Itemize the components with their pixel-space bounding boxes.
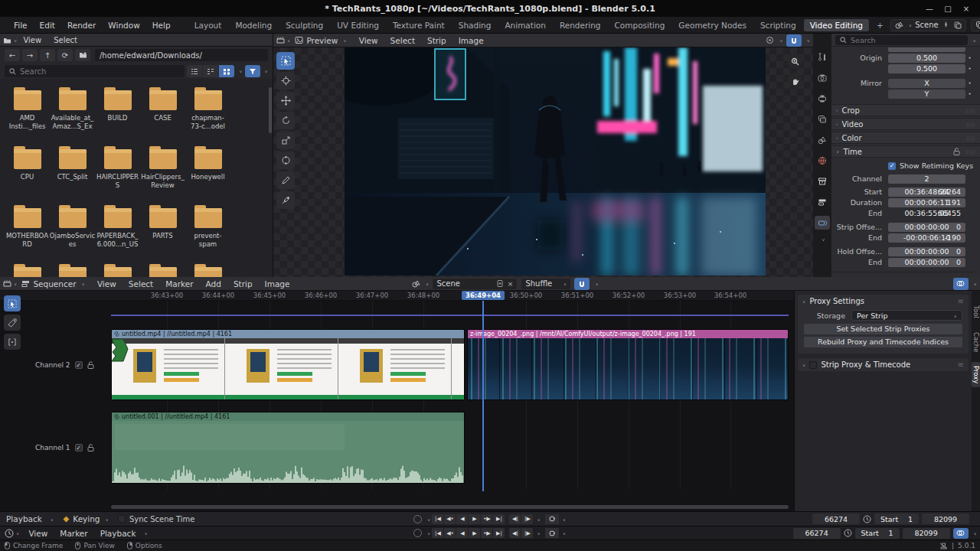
transport-button[interactable]: ▶| xyxy=(493,514,505,524)
folder-item[interactable] xyxy=(185,262,230,277)
retiming-key-handle[interactable] xyxy=(112,339,129,362)
strip-proxy-header[interactable]: ∨ Strip Proxy & Timecode ≡ xyxy=(798,358,969,371)
current-frame-field[interactable]: 66274 xyxy=(812,514,860,524)
menu-item[interactable]: Window xyxy=(102,17,145,33)
sidebar-tab[interactable]: Cache xyxy=(972,328,980,356)
scene-link-icon[interactable] xyxy=(412,279,420,288)
sequencer-horizontal-scrollbar[interactable] xyxy=(111,505,789,509)
menu-item[interactable]: Marker xyxy=(159,277,199,290)
workspace-tab[interactable]: Shading xyxy=(452,19,498,31)
menu-item[interactable]: Select xyxy=(47,34,83,46)
back-button[interactable]: ← xyxy=(5,49,20,61)
menu-item[interactable]: Help xyxy=(146,17,177,33)
thumbnail-view-button[interactable] xyxy=(219,65,234,77)
pan-gizmo[interactable] xyxy=(787,73,802,88)
clock-icon[interactable] xyxy=(863,515,871,523)
animate-dot[interactable]: • xyxy=(965,80,974,86)
workspace-tab[interactable]: UV Editing xyxy=(331,19,385,31)
close-button[interactable]: × xyxy=(957,5,975,13)
menu-item[interactable]: View xyxy=(91,277,122,290)
transport-button[interactable]: ◀• xyxy=(444,514,456,524)
menu-item[interactable]: Select xyxy=(384,34,421,47)
timeline-playback-menu[interactable]: Playback xyxy=(94,527,142,540)
animate-dot[interactable]: • xyxy=(965,55,974,61)
blade-tool-button[interactable] xyxy=(4,315,21,331)
record-button[interactable] xyxy=(413,515,422,523)
folder-item[interactable]: PARTS xyxy=(140,204,185,262)
frame-step-button[interactable]: |▶ xyxy=(521,514,533,524)
menu-item[interactable]: Image xyxy=(452,34,490,47)
image-strip[interactable]: z-image_00204_.png | /mnt/AI/ComfyUI/out… xyxy=(467,329,789,400)
display-size-caret[interactable]: ∨ xyxy=(239,69,242,73)
frame-step-button[interactable]: |▶ xyxy=(521,528,533,538)
duration-field[interactable]: 00:00:06:11191 xyxy=(888,198,965,207)
minimize-button[interactable]: — xyxy=(920,5,939,13)
folder-item[interactable]: AMD Insti..._files xyxy=(5,86,50,145)
menu-item[interactable]: View xyxy=(22,527,54,540)
timeline-editor-icon[interactable] xyxy=(5,529,14,538)
properties-search-input[interactable]: Search xyxy=(835,35,968,45)
folder-item[interactable]: CPU xyxy=(5,145,50,204)
video-strip[interactable]: untitled.mp4 | //untitled.mp4 | 4161 xyxy=(111,329,465,400)
strip-offset-end-field[interactable]: -00:00:06:10-190 xyxy=(888,233,965,243)
sequencer-editor-icon[interactable] xyxy=(276,36,285,44)
folder-item[interactable]: PAPERBACK_ 6.000...n_US xyxy=(95,204,140,262)
proportional-edit-icon[interactable] xyxy=(766,36,774,44)
channel-field[interactable]: 2 xyxy=(888,174,965,184)
transform-tool-button[interactable] xyxy=(276,152,295,169)
transport-button[interactable]: ◀ xyxy=(456,528,468,538)
folder-item[interactable]: Honeywell xyxy=(185,145,230,204)
channel-lock-icon[interactable] xyxy=(87,444,94,452)
snap-toggle[interactable] xyxy=(574,278,590,290)
tabs-overflow-caret[interactable]: ∨ xyxy=(822,237,825,242)
hold-offset-end-field[interactable]: 00:00:00:000 xyxy=(888,258,965,267)
sync-scene-checkbox[interactable] xyxy=(118,515,126,523)
start-frame-field[interactable]: Start1 xyxy=(874,514,919,524)
animate-dot[interactable]: • xyxy=(965,66,974,72)
folder-item[interactable]: Available_at_ Amaz...S_Ex xyxy=(50,86,95,145)
transport-button[interactable]: ◀ xyxy=(456,514,468,524)
view-layer-tab[interactable] xyxy=(815,112,830,126)
transport-button[interactable]: |◀ xyxy=(432,514,443,524)
preview-canvas[interactable] xyxy=(273,47,813,277)
workspace-tab[interactable]: Animation xyxy=(498,19,552,31)
origin-y-field[interactable]: 0.500 xyxy=(888,64,965,73)
menu-item[interactable]: View xyxy=(353,34,384,47)
transport-button[interactable]: |◀ xyxy=(432,528,443,538)
move-tool-button[interactable] xyxy=(276,92,295,109)
view-type-dropdown[interactable]: Preview xyxy=(303,34,341,47)
panel-header[interactable]: › Crop |||| xyxy=(831,104,980,116)
folder-item[interactable] xyxy=(95,262,140,277)
transport-button[interactable]: •▶ xyxy=(481,528,492,538)
workspace-tab[interactable]: Video Editing xyxy=(804,19,869,31)
tweak-tool-button[interactable] xyxy=(276,52,295,70)
panel-header[interactable]: › Video |||| xyxy=(831,118,980,130)
scale-tool-button[interactable] xyxy=(276,132,295,149)
filter-toggle-button[interactable] xyxy=(245,65,260,77)
workspace-tab[interactable]: Compositing xyxy=(609,19,671,31)
scene-selector[interactable]: ∨ Scene xyxy=(890,19,966,31)
folder-item[interactable]: BUILD xyxy=(95,86,140,145)
filter-options-caret[interactable]: ∨ xyxy=(265,69,268,73)
folder-item[interactable] xyxy=(140,262,185,277)
file-browser-scrollbar[interactable] xyxy=(269,87,272,133)
menu-item[interactable]: Select xyxy=(122,277,159,290)
folder-item[interactable]: CTC_Split xyxy=(50,145,95,204)
channel-lock-icon[interactable] xyxy=(87,361,94,369)
loop-toggle[interactable] xyxy=(545,514,559,524)
workspace-tab[interactable]: + xyxy=(871,19,890,31)
scene-strip-field[interactable]: Scene × xyxy=(432,278,518,290)
collection-tab[interactable] xyxy=(815,174,830,188)
end-frame-field[interactable]: 82099 xyxy=(903,528,950,539)
playback-menu[interactable]: Playback xyxy=(0,512,48,526)
animate-dot[interactable]: • xyxy=(965,91,974,97)
menu-item[interactable]: File xyxy=(8,17,34,33)
viewlayer-selector[interactable]: ∨ ViewLayer xyxy=(971,19,980,31)
folder-item[interactable]: prevent- spam xyxy=(185,204,230,262)
pin-icon[interactable] xyxy=(942,21,950,29)
show-retiming-checkbox[interactable]: ✓ xyxy=(888,162,896,170)
strip-offset-field[interactable]: 00:00:00:000 xyxy=(888,223,965,232)
workspace-tab[interactable]: Rendering xyxy=(554,19,607,31)
proxy-action-button[interactable]: Set Selected Strip Proxies xyxy=(804,324,962,334)
record-button[interactable] xyxy=(413,529,422,537)
